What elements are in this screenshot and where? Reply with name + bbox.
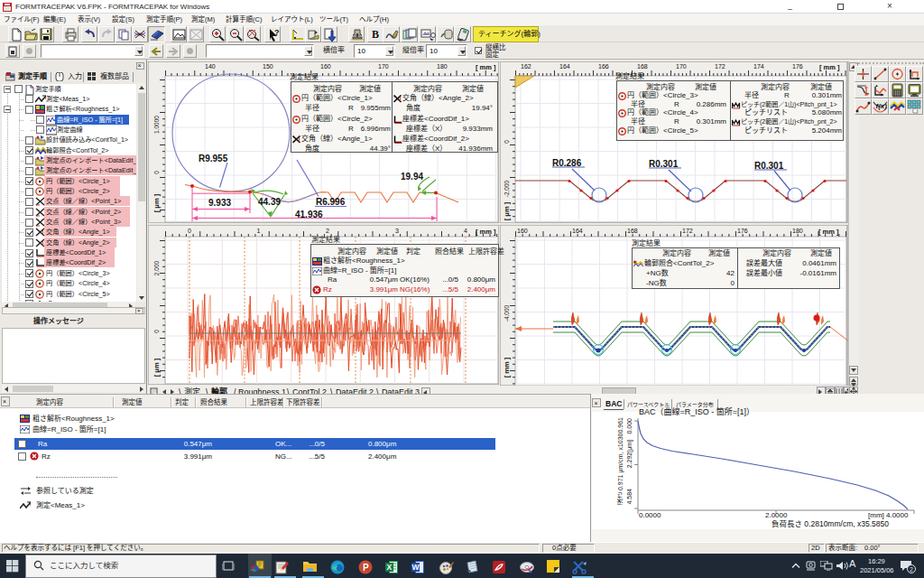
svg-text:R9.955: R9.955	[199, 154, 228, 163]
svg-text:2: 2	[326, 228, 329, 234]
svg-text:[ mm ]: [ mm ]	[476, 63, 496, 71]
svg-text:19.94: 19.94	[401, 172, 423, 182]
svg-text:150: 150	[263, 63, 273, 70]
svg-text:44.39: 44.39	[258, 197, 281, 207]
svg-text:180: 180	[792, 228, 803, 234]
svg-text:[ μm ]: [ μm ]	[503, 201, 511, 220]
svg-text:168: 168	[627, 228, 638, 234]
svg-text:R0.301: R0.301	[754, 161, 784, 171]
svg-text:2.000: 2.000	[153, 260, 160, 275]
svg-text:?: ?	[274, 28, 280, 37]
svg-text:0: 0	[153, 330, 160, 333]
svg-text:172: 172	[715, 63, 725, 70]
svg-text:4: 4	[464, 228, 467, 234]
svg-text:174: 174	[753, 63, 764, 70]
svg-text:166: 166	[598, 63, 609, 70]
svg-text:P: P	[363, 563, 369, 573]
svg-text:2: 2	[910, 566, 913, 573]
svg-text:[ mm ]: [ mm ]	[476, 228, 496, 236]
svg-text:[ mm ]: [ mm ]	[503, 357, 511, 378]
svg-text:180: 180	[437, 63, 448, 70]
svg-text:0: 0	[153, 171, 160, 174]
svg-text:[ μm ]: [ μm ]	[152, 193, 161, 212]
svg-text:f(x): f(x)	[876, 102, 888, 110]
svg-text:[ mm ]: [ mm ]	[819, 63, 840, 71]
svg-text:168: 168	[637, 63, 648, 70]
svg-text:3: 3	[395, 228, 399, 234]
svg-text:W: W	[412, 563, 420, 572]
svg-text:R6.996: R6.996	[316, 197, 346, 207]
svg-text:0: 0	[188, 228, 191, 234]
svg-text:140: 140	[205, 63, 216, 70]
svg-text:X: X	[387, 563, 393, 572]
svg-text:R0.286: R0.286	[552, 158, 582, 168]
svg-text:176: 176	[737, 228, 748, 234]
svg-text:164: 164	[572, 228, 583, 234]
svg-text:9.933: 9.933	[208, 198, 231, 208]
svg-text:R0.301: R0.301	[649, 159, 679, 169]
svg-text:-4.000: -4.000	[504, 304, 510, 322]
svg-text:176: 176	[792, 63, 803, 70]
svg-text:170: 170	[676, 63, 687, 70]
svg-text:160: 160	[320, 63, 331, 70]
svg-text:0: 0	[504, 140, 510, 144]
svg-text:172: 172	[682, 228, 693, 234]
svg-text:1.0000: 1.0000	[153, 116, 160, 134]
svg-text:160: 160	[517, 228, 528, 234]
svg-text:164: 164	[559, 63, 570, 70]
svg-text:-2.000: -2.000	[504, 180, 510, 197]
svg-text:162: 162	[521, 63, 531, 70]
svg-text:[ μm ]: [ μm ]	[152, 358, 161, 377]
svg-text:1: 1	[257, 228, 261, 234]
svg-text:170: 170	[378, 63, 389, 70]
svg-text:41.936: 41.936	[295, 210, 323, 219]
svg-text:[ mm ]: [ mm ]	[818, 228, 839, 236]
